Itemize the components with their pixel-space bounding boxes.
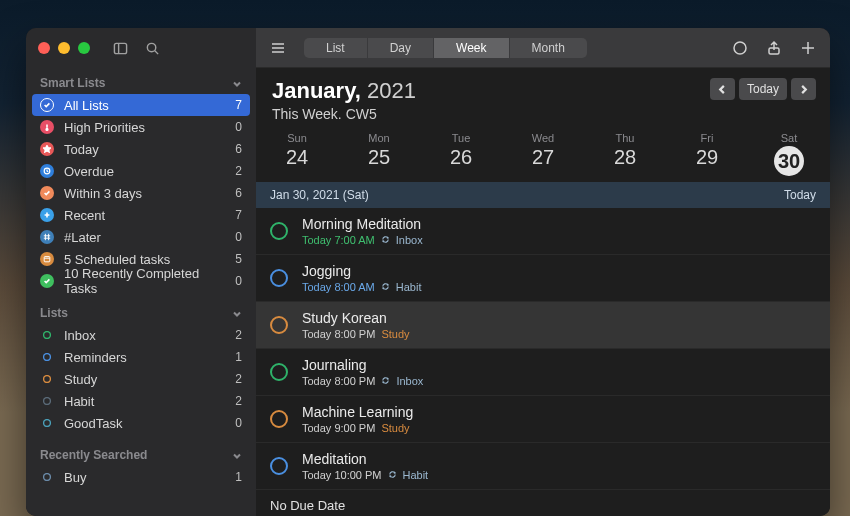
task-title: Morning Meditation xyxy=(302,216,423,232)
sidebar-item-inbox[interactable]: Inbox2 xyxy=(26,324,256,346)
view-mode-week[interactable]: Week xyxy=(434,38,509,58)
section-header-lists[interactable]: Lists xyxy=(26,300,256,324)
sidebar-item-high-priorities[interactable]: High Priorities0 xyxy=(26,116,256,138)
task-checkbox-ring[interactable] xyxy=(270,410,288,428)
sidebar-toggle-icon[interactable] xyxy=(112,40,128,56)
sidebar-item-count: 1 xyxy=(235,350,242,364)
day-col-tue[interactable]: Tue26 xyxy=(420,132,502,176)
day-col-fri[interactable]: Fri29 xyxy=(666,132,748,176)
sidebar-item-label: All Lists xyxy=(64,98,109,113)
next-week-button[interactable] xyxy=(791,78,816,100)
sidebar-item-count: 7 xyxy=(235,98,242,112)
sidebar-item-label: Inbox xyxy=(64,328,96,343)
share-icon[interactable] xyxy=(762,37,786,59)
view-mode-segmented[interactable]: ListDayWeekMonth xyxy=(304,38,587,58)
toolbar: ListDayWeekMonth xyxy=(256,28,830,68)
sidebar-item-count: 2 xyxy=(235,328,242,342)
main-pane: ListDayWeekMonth January, 2021 This Week… xyxy=(256,28,830,516)
prev-week-button[interactable] xyxy=(710,78,735,100)
sidebar-item-label: Overdue xyxy=(64,164,114,179)
task-row[interactable]: JoggingToday 8:00 AMHabit xyxy=(256,255,830,302)
view-mode-month[interactable]: Month xyxy=(510,38,587,58)
sidebar-item-count: 0 xyxy=(235,274,242,288)
today-button[interactable]: Today xyxy=(739,78,787,100)
sidebar-item-today[interactable]: Today6 xyxy=(26,138,256,160)
sidebar-item-label: High Priorities xyxy=(64,120,145,135)
repeat-icon xyxy=(381,234,390,246)
list-badge-icon xyxy=(40,98,54,112)
task-row[interactable]: MeditationToday 10:00 PMHabit xyxy=(256,443,830,490)
task-list-name: Habit xyxy=(403,469,429,481)
add-icon[interactable] xyxy=(796,37,820,59)
list-badge-icon xyxy=(40,350,54,364)
sidebar-item-overdue[interactable]: Overdue2 xyxy=(26,160,256,182)
day-col-sat[interactable]: Sat30 xyxy=(748,132,830,176)
svg-point-5 xyxy=(46,129,48,131)
date-band-right: Today xyxy=(784,188,816,202)
sidebar-item--later[interactable]: #Later0 xyxy=(26,226,256,248)
sidebar-item-count: 6 xyxy=(235,142,242,156)
sidebar-item-reminders[interactable]: Reminders1 xyxy=(26,346,256,368)
sidebar-item-label: GoodTask xyxy=(64,416,123,431)
sidebar-item-label: Habit xyxy=(64,394,94,409)
chevron-down-icon xyxy=(232,308,242,318)
sidebar-item-recent[interactable]: Recent7 xyxy=(26,204,256,226)
task-checkbox-ring[interactable] xyxy=(270,222,288,240)
minimize-window-button[interactable] xyxy=(58,42,70,54)
sidebar-item-study[interactable]: Study2 xyxy=(26,368,256,390)
view-mode-list[interactable]: List xyxy=(304,38,368,58)
list-badge-icon xyxy=(40,470,54,484)
day-col-sun[interactable]: Sun24 xyxy=(256,132,338,176)
task-checkbox-ring[interactable] xyxy=(270,457,288,475)
task-list-name: Inbox xyxy=(396,375,423,387)
list-badge-icon xyxy=(40,208,54,222)
day-col-thu[interactable]: Thu28 xyxy=(584,132,666,176)
list-badge-icon xyxy=(40,120,54,134)
task-list-name: Habit xyxy=(396,281,422,293)
list-badge-icon xyxy=(40,252,54,266)
sidebar-item-count: 0 xyxy=(235,416,242,430)
section-header-recent[interactable]: Recently Searched xyxy=(26,442,256,466)
day-col-mon[interactable]: Mon25 xyxy=(338,132,420,176)
svg-point-20 xyxy=(734,42,746,54)
task-row[interactable]: Study KoreanToday 8:00 PMStudy xyxy=(256,302,830,349)
chevron-down-icon xyxy=(232,78,242,88)
sidebar-item-count: 6 xyxy=(235,186,242,200)
svg-point-14 xyxy=(44,398,51,405)
list-badge-icon xyxy=(40,164,54,178)
sidebar-item-count: 7 xyxy=(235,208,242,222)
task-title: Journaling xyxy=(302,357,423,373)
search-icon[interactable] xyxy=(144,40,160,56)
section-header-smart[interactable]: Smart Lists xyxy=(26,70,256,94)
task-title: Study Korean xyxy=(302,310,410,326)
close-window-button[interactable] xyxy=(38,42,50,54)
task-list-name: Study xyxy=(381,422,409,434)
day-col-wed[interactable]: Wed27 xyxy=(502,132,584,176)
menu-icon[interactable] xyxy=(266,37,290,59)
sidebar-item-all-lists[interactable]: All Lists7 xyxy=(32,94,250,116)
sidebar-item-count: 2 xyxy=(235,372,242,386)
sidebar-item-label: #Later xyxy=(64,230,101,245)
zoom-window-button[interactable] xyxy=(78,42,90,54)
list-badge-icon xyxy=(40,274,54,288)
task-row[interactable]: JournalingToday 8:00 PMInbox xyxy=(256,349,830,396)
circle-icon[interactable] xyxy=(728,37,752,59)
sidebar-item-label: 5 Scheduled tasks xyxy=(64,252,170,267)
task-checkbox-ring[interactable] xyxy=(270,363,288,381)
sidebar-item-10-recently-completed-tasks[interactable]: 10 Recently Completed Tasks0 xyxy=(26,270,256,292)
sidebar-item-label: Buy xyxy=(64,470,86,485)
no-due-date-header: No Due Date xyxy=(256,490,830,515)
sidebar-item-within-3-days[interactable]: Within 3 days6 xyxy=(26,182,256,204)
task-checkbox-ring[interactable] xyxy=(270,269,288,287)
task-time: Today 8:00 AM xyxy=(302,281,375,293)
svg-point-16 xyxy=(44,474,51,481)
sidebar-item-goodtask[interactable]: GoodTask0 xyxy=(26,412,256,434)
task-row[interactable]: Machine LearningToday 9:00 PMStudy xyxy=(256,396,830,443)
sidebar-item-habit[interactable]: Habit2 xyxy=(26,390,256,412)
sidebar-item-count: 2 xyxy=(235,164,242,178)
sidebar-item-buy[interactable]: Buy1 xyxy=(26,466,256,488)
task-checkbox-ring[interactable] xyxy=(270,316,288,334)
view-mode-day[interactable]: Day xyxy=(368,38,434,58)
task-row[interactable]: Morning MeditationToday 7:00 AMInbox xyxy=(256,208,830,255)
task-title: Machine Learning xyxy=(302,404,413,420)
